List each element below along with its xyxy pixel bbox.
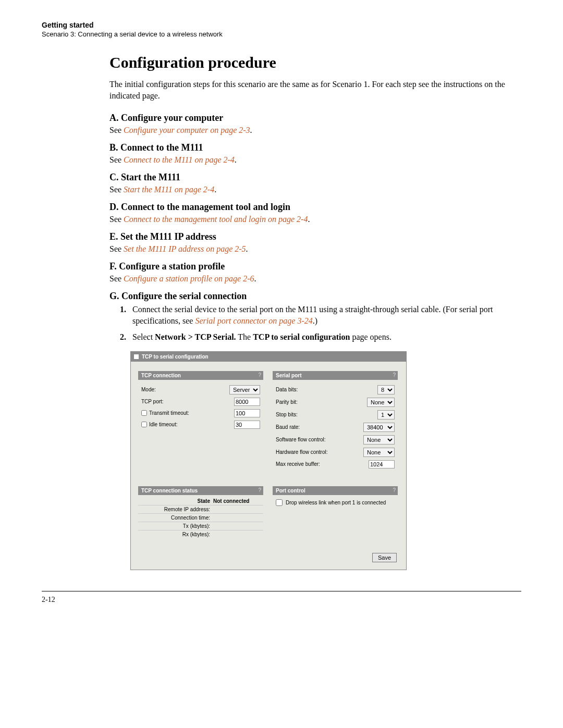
heading-a: A. Configure your computer [109,113,506,124]
group-header-tcp-connection: TCP connection ? [138,371,263,380]
status-tx-value [213,523,260,529]
heading-c: C. Start the M111 [109,172,506,183]
status-conn-time-value [213,515,260,521]
label-stop-bits: Stop bits: [276,412,377,417]
select-baud[interactable]: 38400 [363,423,395,432]
step-list-g: 1. Connect the serial device to the seri… [120,304,506,343]
panel-icon [134,354,139,359]
input-transmit-timeout[interactable] [234,409,260,417]
label-parity: Parity bit: [276,399,367,405]
heading-g: G. Configure the serial connection [109,291,506,302]
step-g-1: 1. Connect the serial device to the seri… [120,304,506,326]
tcp-serial-config-panel: TCP to serial configuration TCP connecti… [130,351,407,570]
panel-title: TCP to serial configuration [142,354,209,360]
status-tx-label: Tx (kbytes): [141,523,213,529]
label-idle-timeout: Idle timeout: [141,422,234,427]
page-title: Configuration procedure [109,54,506,71]
help-icon[interactable]: ? [393,372,396,378]
chapter-title: Getting started [42,21,521,29]
group-header-serial-port: Serial port ? [273,371,398,380]
see-line-d: See Connect to the management tool and l… [109,215,506,224]
xref-start-m111[interactable]: Start the M111 on page 2-4 [124,185,214,194]
xref-configure-computer[interactable]: Configure your computer on page 2-3 [124,126,250,134]
input-tcp-port[interactable] [234,398,260,406]
see-line-e: See Set the M111 IP address on page 2-5. [109,244,506,254]
see-line-c: See Start the M111 on page 2-4. [109,185,506,194]
see-line-b: See Connect to the M111 on page 2-4. [109,155,506,165]
status-remote-ip-value [213,507,260,512]
heading-e: E. Set the M111 IP address [109,231,506,242]
status-state-value: Not connected [213,498,260,504]
save-button[interactable]: Save [372,553,397,562]
group-header-port-control: Port control ? [273,486,398,495]
help-icon[interactable]: ? [393,487,396,493]
group-port-control: Port control ? Drop wireless link when p… [273,486,398,527]
help-icon[interactable]: ? [258,372,261,378]
group-tcp-connection: TCP connection ? Mode: Server TCP port: [138,371,263,437]
input-idle-timeout[interactable] [234,421,260,429]
label-baud: Baud rate: [276,424,363,430]
xref-mgmt-login[interactable]: Connect to the management tool and login… [124,215,308,224]
group-serial-port: Serial port ? Data bits: 8 Parity bit: N… [273,371,398,477]
status-rx-value [213,532,260,537]
see-line-f: See Configure a station profile on page … [109,274,506,283]
select-data-bits[interactable]: 8 [377,385,395,394]
intro-paragraph: The initial configuration steps for this… [109,79,506,101]
see-line-a: See Configure your computer on page 2-3. [109,126,506,135]
checkbox-transmit-timeout[interactable] [141,410,147,416]
step-g-2: 2. Select Network > TCP Serial. The TCP … [120,331,506,343]
heading-b: B. Connect to the M111 [109,142,506,153]
select-stop-bits[interactable]: 1 [377,410,395,419]
footer-rule [42,591,521,591]
label-maxrecv: Max receive buffer: [276,461,369,467]
xref-connect-m111[interactable]: Connect to the M111 on page 2-4 [124,155,235,164]
select-hwflow[interactable]: None [363,448,395,457]
group-header-tcp-status: TCP connection status ? [138,486,263,495]
select-mode[interactable]: Server [229,385,260,394]
status-state-label: State [141,498,213,504]
label-transmit-timeout: Transmit timeout: [141,410,234,416]
page-header: Getting started Scenario 3: Connecting a… [42,21,521,38]
checkbox-idle-timeout[interactable] [141,422,147,427]
xref-ip-address[interactable]: Set the M111 IP address on page 2-5 [124,244,246,253]
status-rx-label: Rx (kbytes): [141,532,213,537]
checkbox-drop-wireless[interactable] [276,499,283,506]
select-parity[interactable]: None [367,398,395,407]
label-tcp-port: TCP port: [141,399,234,404]
label-swflow: Software flow control: [276,437,363,442]
status-remote-ip-label: Remote IP address: [141,507,213,512]
label-drop-wireless: Drop wireless link when port 1 is connec… [286,500,386,505]
label-hwflow: Hardware flow control: [276,449,363,455]
input-maxrecv[interactable] [369,460,395,468]
select-swflow[interactable]: None [363,435,395,445]
xref-serial-port-connector[interactable]: Serial port connector on page 3-24 [195,316,312,325]
xref-station-profile[interactable]: Configure a station profile on page 2-6 [124,274,254,283]
save-row: Save [138,550,399,564]
group-tcp-status: TCP connection status ? State Not connec… [138,486,263,540]
status-conn-time-label: Connection time: [141,515,213,521]
scenario-subtitle: Scenario 3: Connecting a serial device t… [42,30,521,38]
heading-f: F. Configure a station profile [109,261,506,272]
label-data-bits: Data bits: [276,387,377,392]
panel-titlebar: TCP to serial configuration [131,352,406,362]
main-content: Configuration procedure The initial conf… [109,54,506,570]
heading-d: D. Connect to the management tool and lo… [109,202,506,213]
label-mode: Mode: [141,387,229,392]
page-number: 2-12 [42,596,521,604]
help-icon[interactable]: ? [258,487,261,493]
